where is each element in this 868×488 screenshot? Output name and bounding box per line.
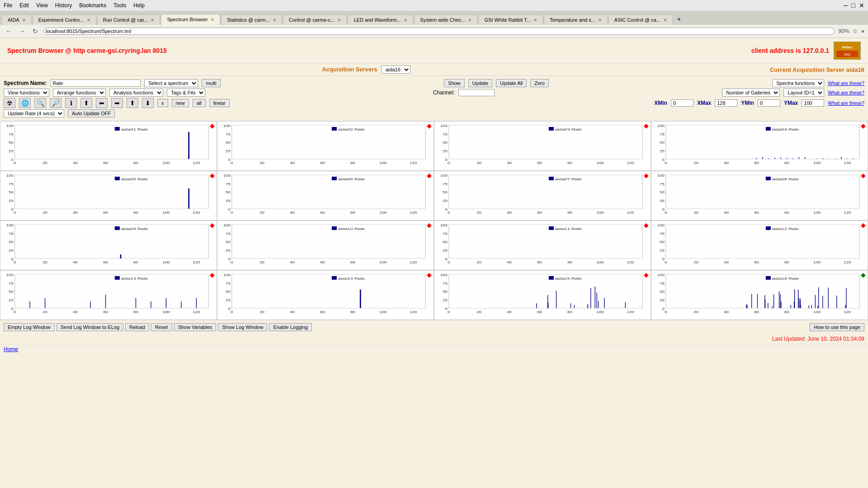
show-button[interactable]: Show bbox=[444, 79, 465, 87]
tab-asic-close[interactable]: ✕ bbox=[663, 18, 667, 23]
chart-cell-aida05[interactable]: ◆1007550250020406080100120aida05 Rate bbox=[0, 171, 217, 221]
info-icon[interactable]: ℹ bbox=[65, 98, 77, 108]
browser-window-controls[interactable]: ─ □ ✕ bbox=[844, 2, 864, 9]
radiation-icon[interactable]: ☢ bbox=[4, 98, 15, 108]
menu-view[interactable]: View bbox=[36, 2, 48, 9]
tab-system[interactable]: System wide Chec... ✕ bbox=[414, 14, 477, 25]
menu-tools[interactable]: Tools bbox=[113, 2, 126, 9]
tab-temperature[interactable]: Temperature and s... ✕ bbox=[544, 14, 608, 25]
tab-system-close[interactable]: ✕ bbox=[468, 18, 472, 23]
chart-cell-aida10[interactable]: ◆1007550250020406080100120aida10 Rate bbox=[217, 221, 434, 270]
next-icon[interactable]: ➡ bbox=[111, 98, 123, 108]
chart-cell-aida13[interactable]: ◆1007550250020406080100120aida13 Rate bbox=[0, 270, 217, 320]
back-button[interactable]: ← bbox=[4, 27, 14, 36]
what-these-2[interactable]: What are these? bbox=[828, 90, 864, 95]
what-these-1[interactable]: What are these? bbox=[828, 80, 864, 86]
home-link[interactable]: Home bbox=[4, 346, 18, 352]
forward-button[interactable]: → bbox=[17, 27, 27, 36]
chart-cell-aida06[interactable]: ◆1007550250020406080100120aida06 Rate bbox=[217, 171, 434, 221]
tab-spectrum-close[interactable]: ✕ bbox=[211, 17, 214, 22]
menu-edit[interactable]: Edit bbox=[19, 2, 29, 9]
chart-cell-aida03[interactable]: ◆1007550250020406080100120aida03 Rate bbox=[434, 121, 651, 171]
chart-cell-aida08[interactable]: ◆1007550250020406080100120aida08 Rate bbox=[651, 171, 868, 221]
show-variables-button[interactable]: Show Variables bbox=[174, 323, 217, 331]
ymin-input[interactable] bbox=[758, 99, 780, 107]
tab-spectrum-browser[interactable]: Spectrum Browser ✕ bbox=[161, 14, 220, 25]
close-btn[interactable]: ✕ bbox=[859, 2, 864, 9]
multi-button[interactable]: multi bbox=[202, 79, 220, 87]
down-icon[interactable]: ⬇ bbox=[142, 98, 154, 108]
tab-asic[interactable]: ASIC Control @ ca... ✕ bbox=[609, 14, 673, 25]
reset-button[interactable]: Reset bbox=[151, 323, 172, 331]
select-spectrum-dropdown[interactable]: Select a spectrum bbox=[144, 79, 198, 87]
spectrum-name-input[interactable] bbox=[50, 80, 141, 87]
tab-gsi-close[interactable]: ✕ bbox=[533, 18, 537, 23]
up-arrow-icon[interactable]: ⬆ bbox=[80, 98, 92, 108]
tags-fits-dropdown[interactable]: Tags & Fits bbox=[167, 89, 205, 97]
auto-update-button[interactable]: Auto Update OFF bbox=[68, 109, 115, 117]
empty-log-button[interactable]: Empty Log Window bbox=[4, 323, 55, 331]
channel-input[interactable] bbox=[458, 89, 495, 96]
up2-icon[interactable]: ⬆ bbox=[127, 98, 138, 108]
chart-cell-aida11[interactable]: ◆1007550250020406080100120aida11 Rate bbox=[434, 221, 651, 270]
chart-cell-aida07[interactable]: ◆1007550250020406080100120aida07 Rate bbox=[434, 171, 651, 221]
menu-history[interactable]: History bbox=[55, 2, 72, 9]
x-button[interactable]: x bbox=[157, 99, 168, 107]
minimize-btn[interactable]: ─ bbox=[844, 2, 848, 9]
chart-cell-aida01[interactable]: ◆1007550250020406080100120aida01 Rate bbox=[0, 121, 217, 171]
tab-stats-close[interactable]: ✕ bbox=[273, 18, 276, 23]
show-log-window-button[interactable]: Show Log Window bbox=[218, 323, 267, 331]
layout-id-dropdown[interactable]: Layout ID=1 bbox=[783, 89, 824, 97]
tab-control[interactable]: Control @ carme-c... ✕ bbox=[283, 14, 347, 25]
menu-bookmarks[interactable]: Bookmarks bbox=[79, 2, 106, 9]
menu-help[interactable]: Help bbox=[133, 2, 145, 9]
new-button[interactable]: new bbox=[172, 99, 189, 107]
tab-led[interactable]: LED and Waveform... ✕ bbox=[348, 14, 413, 25]
chart-cell-aida04[interactable]: ◆1007550250020406080100120aida04 Rate bbox=[651, 121, 868, 171]
chart-cell-aida14[interactable]: ◆1007550250020406080100120aida14 Rate bbox=[217, 270, 434, 320]
analysis-functions-dropdown[interactable]: Analysis functions bbox=[109, 89, 163, 97]
tab-led-close[interactable]: ✕ bbox=[404, 18, 407, 23]
linear-button[interactable]: linear bbox=[209, 99, 230, 107]
bookmark-icon[interactable]: ☆ bbox=[853, 28, 858, 34]
tab-experiment-control[interactable]: Experiment Contro... ✕ bbox=[33, 14, 96, 25]
spectra-functions-dropdown[interactable]: Spectra functions bbox=[772, 79, 824, 87]
extensions-icon[interactable]: » bbox=[861, 28, 864, 34]
enable-logging-button[interactable]: Enable Logging bbox=[269, 323, 311, 331]
update-rate-select[interactable]: Update Rate (4 secs) bbox=[4, 109, 64, 117]
how-to-use-button[interactable]: How to use this page bbox=[810, 323, 864, 331]
ymax-input[interactable] bbox=[802, 99, 824, 107]
address-input[interactable] bbox=[43, 28, 835, 35]
zoom-out-icon[interactable]: 🔎 bbox=[50, 98, 61, 108]
acq-servers-select[interactable]: aida16 bbox=[382, 66, 410, 74]
chart-cell-aida15[interactable]: ◆1007550250020406080100120aida15 Rate bbox=[434, 270, 651, 320]
send-log-button[interactable]: Send Log Window to ELog bbox=[57, 323, 123, 331]
number-of-galleries-dropdown[interactable]: Number of Galleries bbox=[722, 89, 780, 97]
chart-cell-aida12[interactable]: ◆1007550250020406080100120aida12 Rate bbox=[651, 221, 868, 270]
chart-cell-aida16[interactable]: ◆1007550250020406080100120aida16 Rate bbox=[651, 270, 868, 320]
tab-control-close[interactable]: ✕ bbox=[337, 18, 341, 23]
new-tab-button[interactable]: + bbox=[674, 13, 684, 25]
update-button[interactable]: Update bbox=[468, 79, 492, 87]
zero-button[interactable]: Zero bbox=[530, 79, 549, 87]
reload-button[interactable]: ↻ bbox=[31, 27, 40, 36]
chart-cell-aida02[interactable]: ◆1007550250020406080100120aida02 Rate bbox=[217, 121, 434, 171]
maximize-btn[interactable]: □ bbox=[852, 2, 855, 9]
tab-gsi[interactable]: GSI White Rabbit T... ✕ bbox=[478, 14, 543, 25]
xmin-input[interactable] bbox=[671, 99, 693, 107]
update-all-button[interactable]: Update All bbox=[496, 79, 527, 87]
zoom-in-icon[interactable]: 🔍 bbox=[34, 98, 46, 108]
what-these-3[interactable]: What are these? bbox=[828, 100, 864, 106]
browser-menu[interactable]: File Edit View History Bookmarks Tools H… bbox=[4, 2, 145, 9]
xmax-input[interactable] bbox=[715, 99, 737, 107]
tab-aida[interactable]: AIDA ✕ bbox=[2, 14, 32, 25]
tab-run-control[interactable]: Run Control @ car... ✕ bbox=[97, 14, 160, 25]
tab-aida-close[interactable]: ✕ bbox=[22, 18, 26, 23]
all-button[interactable]: all bbox=[193, 99, 206, 107]
chart-cell-aida09[interactable]: ◆1007550250020406080100120aida09 Rate bbox=[0, 221, 217, 270]
prev-icon[interactable]: ⬅ bbox=[96, 98, 108, 108]
tab-temp-close[interactable]: ✕ bbox=[598, 18, 602, 23]
arrange-functions-dropdown[interactable]: Arrange functions bbox=[53, 89, 106, 97]
tab-run-close[interactable]: ✕ bbox=[151, 18, 154, 23]
tab-experiment-close[interactable]: ✕ bbox=[87, 18, 90, 23]
